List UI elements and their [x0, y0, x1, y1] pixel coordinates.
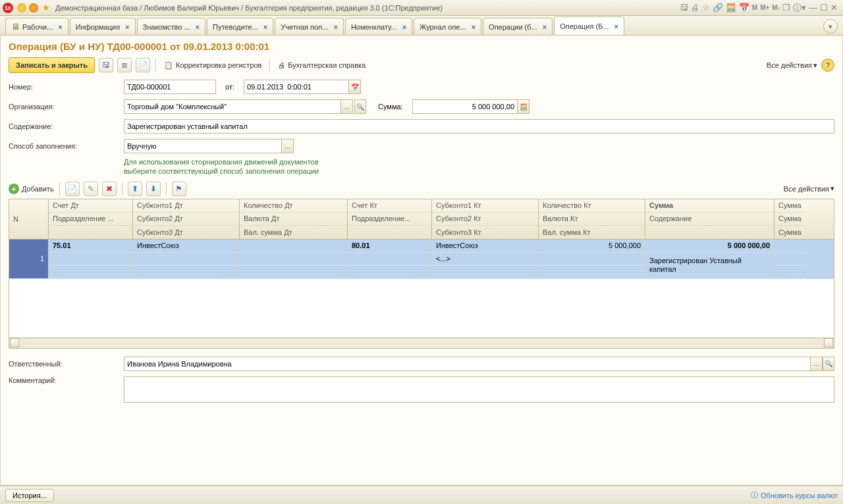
correct-registers-button[interactable]: 📋 Корректировка регистров [161, 60, 264, 71]
col-sub2-dt[interactable]: Субконто2 Дт [133, 213, 239, 226]
close-icon[interactable]: × [472, 23, 476, 31]
save-icon[interactable]: 🖫 [680, 3, 688, 13]
col-cur-dt[interactable]: Валюта Дт [240, 213, 347, 226]
col-sub1-kt[interactable]: Субконто1 Кт [432, 199, 538, 213]
cell-sum[interactable]: 5 000 000,00 [645, 239, 774, 253]
cell-acct-kt[interactable]: 80.01 [348, 239, 431, 253]
tab-home[interactable]: 🖥 Рабочи... × [5, 18, 68, 35]
cell-content[interactable]: Зарегистрирован Уставный капитал [645, 253, 774, 279]
tab-journal[interactable]: Журнал опе...× [414, 18, 481, 35]
save-button[interactable]: 🖫 [99, 58, 113, 72]
col-div-dt[interactable]: Подразделение ... [49, 213, 132, 226]
move-up-button[interactable]: ⬆ [128, 182, 142, 196]
col-acct-kt[interactable]: Счет Кт [348, 199, 431, 213]
content-field[interactable] [124, 119, 834, 134]
col-div-kt[interactable]: Подразделение... [348, 213, 431, 226]
nav-fwd-icon[interactable] [29, 3, 38, 13]
scroll-left-icon[interactable] [10, 338, 19, 347]
responsible-field[interactable] [124, 357, 811, 371]
info-icon[interactable]: ⓘ▾ [793, 2, 806, 14]
calc-icon[interactable]: 🧮 [726, 3, 736, 13]
method-field[interactable] [124, 139, 282, 153]
close-window-icon[interactable]: ✕ [830, 3, 838, 13]
save-close-button[interactable]: Записать и закрыть [9, 57, 95, 73]
col-qty-dt[interactable]: Количество Дт [240, 199, 347, 213]
scroll-right-icon[interactable] [824, 338, 833, 347]
close-icon[interactable]: × [543, 23, 547, 31]
col-sumr2[interactable]: Сумма [775, 213, 806, 226]
print-icon[interactable]: 🖨 [691, 3, 699, 13]
grid-scrollbar[interactable] [9, 338, 834, 348]
close-icon[interactable]: × [125, 23, 129, 31]
col-cursum-dt[interactable]: Вал. сумма Дт [240, 226, 347, 239]
update-rates-link[interactable]: ⓘ Обновить курсы валют [751, 490, 838, 500]
m-button[interactable]: M [752, 4, 757, 11]
col-content[interactable]: Содержание [645, 213, 774, 226]
col-n[interactable]: N [9, 199, 48, 239]
edit-button[interactable]: ✎ [84, 182, 98, 196]
calc-button[interactable]: 🧮 [518, 99, 530, 114]
close-icon[interactable]: × [196, 23, 200, 31]
col-qty-kt[interactable]: Количество Кт [539, 199, 645, 213]
delete-button[interactable]: ✖ [102, 182, 117, 196]
col-sub1-dt[interactable]: Субконто1 Дт [133, 199, 239, 213]
cell-sub2-kt[interactable]: <...> [432, 253, 538, 266]
all-actions-button[interactable]: Все действия▾ [767, 61, 817, 70]
sum-field[interactable] [412, 99, 518, 114]
col-acct-dt[interactable]: Счет Дт [49, 199, 132, 213]
col-sub3-kt[interactable]: Субконто3 Кт [432, 226, 538, 239]
col-sub3-dt[interactable]: Субконто3 Дт [133, 226, 239, 239]
close-icon[interactable]: × [614, 22, 618, 30]
copy-button[interactable]: 📄 [65, 182, 80, 196]
acct-report-button[interactable]: 🖨 Бухгалтерская справка [275, 60, 368, 70]
close-icon[interactable]: × [58, 23, 62, 31]
cell-sub1-dt[interactable]: ИнвестСоюз [133, 239, 239, 253]
link-icon[interactable]: 🔗 [713, 3, 723, 13]
calendar-icon[interactable]: 📅 [739, 3, 749, 13]
tabs-menu-button[interactable]: ▾ [823, 19, 838, 34]
tab-guide[interactable]: Путеводите...× [207, 18, 273, 35]
col-sumr3[interactable]: Сумма [775, 226, 806, 239]
m-plus-button[interactable]: M+ [760, 4, 769, 11]
star-icon[interactable]: ☆ [702, 3, 710, 13]
select-button[interactable]: ... [811, 357, 823, 371]
col-sumr1[interactable]: Сумма [775, 199, 806, 213]
tab-info[interactable]: Информация× [70, 18, 136, 35]
col-cur-kt[interactable]: Валюта Кт [539, 213, 645, 226]
tab-op-active[interactable]: Операция (Б...× [554, 16, 624, 35]
doc-button[interactable]: 📄 [136, 58, 150, 72]
select-button[interactable]: ... [282, 139, 294, 153]
close-icon[interactable]: × [333, 23, 337, 31]
search-button[interactable]: 🔍 [823, 357, 834, 371]
history-button[interactable]: История... [5, 489, 54, 502]
col-sub2-kt[interactable]: Субконто2 Кт [432, 213, 538, 226]
maximize-icon[interactable]: ☐ [820, 3, 828, 13]
tab-nomen[interactable]: Номенклату...× [345, 18, 412, 35]
comment-field[interactable] [124, 376, 834, 403]
col-sum[interactable]: Сумма [645, 199, 774, 213]
m-minus-button[interactable]: M- [772, 4, 780, 11]
grid-all-actions-button[interactable]: Все действия▾ [784, 184, 834, 193]
date-field[interactable] [244, 80, 349, 94]
col-cursum-kt[interactable]: Вал. сумма Кт [539, 226, 645, 239]
calendar-button[interactable]: 📅 [349, 80, 361, 94]
list-button[interactable]: ≣ [117, 58, 132, 72]
cell-sub1-kt[interactable]: ИнвестСоюз [432, 239, 538, 253]
nav-back-icon[interactable] [17, 3, 26, 13]
close-icon[interactable]: × [263, 23, 267, 31]
search-button[interactable]: 🔍 [354, 99, 366, 114]
add-button[interactable]: + Добавить [9, 184, 54, 194]
close-icon[interactable]: × [402, 23, 406, 31]
select-button[interactable]: ... [341, 99, 353, 114]
move-down-button[interactable]: ⬇ [146, 182, 161, 196]
cell-acct-dt[interactable]: 75.01 [49, 239, 132, 253]
minimize-icon[interactable]: — [809, 3, 817, 13]
number-field[interactable] [124, 80, 216, 94]
windows-icon[interactable]: ❐ [782, 3, 790, 13]
help-icon[interactable]: ? [821, 59, 834, 72]
tab-znak[interactable]: Знакомство ...× [137, 18, 206, 35]
org-field[interactable] [124, 99, 341, 114]
flag-button[interactable]: ⚑ [172, 182, 186, 196]
table-row[interactable]: 1 75.01 ИнвестСоюз 80.01 [9, 239, 834, 279]
favorite-icon[interactable]: ★ [42, 3, 50, 13]
